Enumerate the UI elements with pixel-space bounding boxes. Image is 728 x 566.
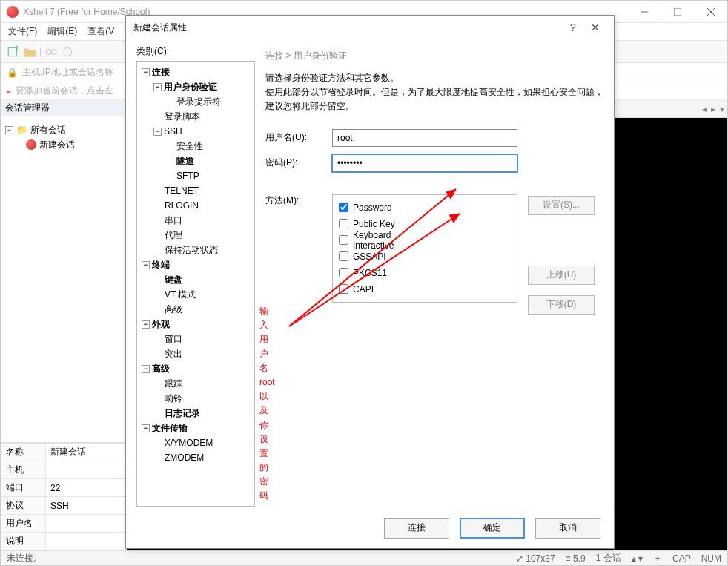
minimize-button[interactable]: [627, 1, 661, 23]
settings-button[interactable]: 设置(S)...: [528, 196, 595, 215]
category-item[interactable]: 突出: [139, 346, 253, 361]
category-item[interactable]: −终端: [139, 257, 253, 272]
category-item[interactable]: −文件传输: [139, 421, 253, 435]
method-checkbox[interactable]: [339, 268, 348, 277]
reconnect-icon[interactable]: [61, 45, 74, 59]
category-item-label: 终端: [152, 259, 170, 272]
category-item[interactable]: 安全性: [139, 139, 253, 154]
category-item[interactable]: 窗口: [139, 332, 253, 346]
category-item[interactable]: X/YMODEM: [139, 435, 253, 450]
expand-icon[interactable]: −: [142, 320, 150, 329]
status-pos: ≡ 5,9: [566, 553, 586, 564]
prop-label: 端口: [1, 479, 46, 497]
method-label: CAPI: [353, 284, 374, 294]
category-item[interactable]: 响铃: [139, 391, 253, 406]
tab-prev-icon[interactable]: ◂: [702, 104, 707, 114]
dialog-title: 新建会话属性: [133, 22, 562, 34]
category-item[interactable]: SFTP: [139, 168, 253, 183]
ok-button[interactable]: 确定: [460, 518, 525, 539]
method-option[interactable]: PKCS11: [339, 265, 406, 281]
collapse-icon[interactable]: −: [5, 126, 13, 134]
category-item[interactable]: 高级: [139, 302, 253, 317]
prop-value[interactable]: 新建会话: [46, 444, 127, 461]
method-option[interactable]: GSSAPI: [339, 249, 406, 265]
category-item[interactable]: ZMODEM: [139, 450, 253, 465]
open-icon[interactable]: [23, 45, 36, 59]
link-icon[interactable]: [44, 45, 58, 59]
category-item[interactable]: −连接: [139, 65, 253, 79]
category-tree[interactable]: −连接−用户身份验证登录提示符登录脚本−SSH安全性隧道SFTPTELNETRL…: [136, 61, 255, 507]
expand-icon[interactable]: −: [153, 128, 162, 136]
method-option[interactable]: Keyboard Interactive: [339, 232, 406, 249]
category-item[interactable]: 日志记录: [139, 406, 253, 421]
prop-value[interactable]: SSH: [46, 497, 127, 515]
category-item[interactable]: RLOGIN: [139, 198, 253, 213]
status-updown-icon[interactable]: ▴ ▾: [632, 553, 643, 564]
category-item[interactable]: 代理: [139, 228, 253, 243]
tab-menu-icon[interactable]: ▾: [720, 104, 724, 114]
method-option[interactable]: Password: [339, 200, 406, 216]
category-item[interactable]: TELNET: [139, 183, 253, 198]
category-item[interactable]: 保持活动状态: [139, 243, 253, 257]
category-item-label: VT 模式: [165, 289, 196, 301]
method-checkbox[interactable]: [339, 203, 348, 212]
dialog-close-button[interactable]: ✕: [584, 22, 606, 33]
category-item[interactable]: VT 模式: [139, 287, 253, 302]
category-item-label: 隧道: [176, 155, 194, 168]
category-item[interactable]: 登录提示符: [139, 94, 253, 109]
session-tree[interactable]: − 📁 所有会话 新建会话: [1, 118, 126, 157]
cancel-button[interactable]: 取消: [535, 518, 600, 539]
expand-icon[interactable]: −: [142, 365, 150, 373]
maximize-button[interactable]: [661, 1, 694, 23]
username-input[interactable]: [332, 129, 517, 147]
menu-file[interactable]: 文件(F): [8, 25, 37, 38]
expand-icon[interactable]: −: [142, 261, 150, 269]
method-list[interactable]: PasswordPublic KeyKeyboard InteractiveGS…: [332, 194, 517, 303]
folder-icon: 📁: [16, 125, 27, 135]
method-checkbox[interactable]: [339, 251, 348, 261]
category-panel: 类别(C): −连接−用户身份验证登录提示符登录脚本−SSH安全性隧道SFTPT…: [136, 45, 255, 507]
prop-value[interactable]: 22: [46, 479, 127, 497]
category-item[interactable]: 登录脚本: [139, 109, 253, 124]
method-option[interactable]: CAPI: [339, 281, 406, 297]
tree-item[interactable]: 新建会话: [5, 137, 122, 152]
tip-text: 要添加当前会话，点击左: [16, 85, 113, 97]
dialog-help-button[interactable]: ?: [562, 22, 584, 33]
session-icon: [26, 139, 36, 150]
svg-point-7: [51, 49, 56, 54]
expand-icon[interactable]: −: [153, 83, 162, 91]
method-label: GSSAPI: [353, 251, 386, 262]
connect-button[interactable]: 连接: [384, 518, 449, 539]
prop-value[interactable]: [46, 515, 127, 533]
tab-next-icon[interactable]: ▸: [711, 104, 715, 114]
category-item[interactable]: −SSH: [139, 124, 253, 139]
session-panel: − 📁 所有会话 新建会话 名称新建会话 主机 端口22 协议SSH 用户名 说…: [1, 118, 127, 550]
password-label: 密码(P):: [265, 157, 332, 169]
category-item[interactable]: 隧道: [139, 154, 253, 168]
move-up-button[interactable]: 上移(U): [528, 266, 595, 285]
new-session-icon[interactable]: +: [7, 45, 20, 59]
menu-edit[interactable]: 编辑(E): [47, 25, 77, 38]
category-item[interactable]: −用户身份验证: [139, 79, 253, 94]
category-item-label: 高级: [165, 303, 182, 316]
prop-value[interactable]: [46, 533, 127, 550]
expand-icon[interactable]: −: [142, 424, 150, 432]
method-checkbox[interactable]: [339, 235, 348, 245]
menu-view[interactable]: 查看(V: [87, 25, 114, 38]
expand-icon[interactable]: −: [142, 68, 150, 76]
prop-value[interactable]: [46, 461, 127, 479]
close-button[interactable]: [694, 1, 727, 23]
tree-root[interactable]: − 📁 所有会话: [5, 122, 122, 137]
category-item[interactable]: 跟踪: [139, 376, 253, 391]
method-checkbox[interactable]: [339, 284, 348, 294]
category-item-label: 登录提示符: [176, 96, 221, 108]
status-plus-icon[interactable]: ＋: [653, 552, 662, 565]
method-checkbox[interactable]: [339, 219, 348, 228]
category-item[interactable]: 串口: [139, 213, 253, 228]
category-item[interactable]: 键盘: [139, 272, 253, 287]
move-down-button[interactable]: 下移(D): [528, 295, 595, 315]
category-item[interactable]: −高级: [139, 361, 253, 376]
description: 请选择身份验证方法和其它参数。 使用此部分以节省登录时间。但是，为了最大限度地提…: [265, 71, 603, 114]
category-item[interactable]: −外观: [139, 317, 253, 332]
password-input[interactable]: [332, 154, 517, 172]
